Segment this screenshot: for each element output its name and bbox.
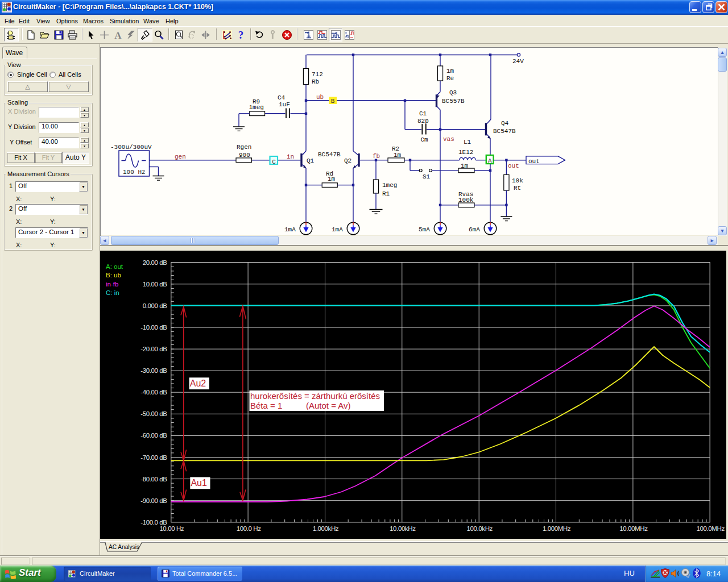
svg-text:20.00 dB: 20.00 dB [143,259,168,266]
svg-text:in: in [287,153,294,160]
svg-text:1.000kHz: 1.000kHz [313,525,339,532]
svg-text:Cm: Cm [421,136,429,143]
svg-text:-20.00 dB: -20.00 dB [140,346,167,352]
svg-text:Q1: Q1 [307,157,315,164]
svg-text:-40.00 dB: -40.00 dB [140,389,167,396]
svg-text:900: 900 [239,152,250,159]
svg-text:82p: 82p [417,118,429,124]
svg-text:C: in: C: in [106,289,119,296]
svg-text:BC547B: BC547B [318,151,341,158]
svg-text:C4: C4 [278,94,286,101]
svg-text:10.00MHz: 10.00MHz [619,525,648,532]
svg-text:AC Analysis: AC Analysis [109,543,139,550]
svg-text:1mA: 1mA [284,226,296,233]
svg-text:712: 712 [312,71,323,78]
svg-text:Q3: Q3 [449,89,457,96]
svg-text:(Autot = Av): (Autot = Av) [306,401,351,410]
svg-text:-80.00 dB: -80.00 dB [140,476,167,483]
svg-text:Au1: Au1 [191,478,207,488]
svg-text:out: out [528,158,540,165]
svg-text:100.0kHz: 100.0kHz [467,525,493,532]
svg-text:10k: 10k [512,177,523,184]
svg-text:6mA: 6mA [469,226,480,233]
svg-text:100k: 100k [458,197,474,203]
svg-text:Béta = 1: Béta = 1 [250,401,282,410]
svg-text:vas: vas [443,136,454,143]
svg-text:10.00 dB: 10.00 dB [143,281,168,288]
svg-text:10.00kHz: 10.00kHz [390,525,416,532]
svg-text:1m: 1m [394,152,402,159]
svg-text:S1: S1 [423,173,431,180]
svg-text:10.00 Hz: 10.00 Hz [159,525,184,532]
svg-text:-30.00 dB: -30.00 dB [140,367,167,374]
svg-text:1meg: 1meg [249,104,264,111]
svg-text:R1: R1 [382,190,390,197]
svg-text:in-fb: in-fb [106,281,118,288]
svg-text:1uF: 1uF [279,101,290,108]
svg-text:Q4: Q4 [501,120,509,127]
svg-text:L1: L1 [464,139,471,146]
svg-text:BC547B: BC547B [493,128,516,135]
svg-text:fb: fb [373,153,380,160]
svg-text:1E12: 1E12 [458,149,473,156]
svg-text:24V: 24V [512,58,524,65]
svg-text:Re: Re [446,75,454,82]
svg-text:out: out [508,163,519,169]
svg-text:A: A [114,30,122,40]
svg-text:Rgen: Rgen [237,144,251,151]
svg-text:A: out: A: out [106,263,123,270]
svg-text:C: C [272,159,276,165]
svg-text:-300u/300uV: -300u/300uV [110,144,152,151]
svg-text:hurokerősítés = zárthurkú erős: hurokerősítés = zárthurkú erősítés [250,391,380,401]
svg-text:Au2: Au2 [190,379,206,388]
svg-text:-50.00 dB: -50.00 dB [140,410,167,417]
svg-text:0.000 dB: 0.000 dB [143,302,168,309]
svg-text:C1: C1 [419,110,427,117]
svg-text:1meg: 1meg [382,182,397,189]
svg-text:A: A [488,157,492,164]
svg-text:Rt: Rt [514,185,521,192]
svg-text:Rb: Rb [312,78,319,85]
svg-text:ub: ub [316,94,324,101]
svg-text:5mA: 5mA [419,226,430,233]
svg-text:Q2: Q2 [344,157,351,164]
svg-text:?: ? [238,30,244,40]
svg-text:-100.0 dB: -100.0 dB [140,519,167,526]
svg-text:B: ub: B: ub [106,272,121,278]
svg-text:B: B [331,98,335,105]
svg-text:100.0 Hz: 100.0 Hz [237,525,261,532]
svg-text:1.000MHz: 1.000MHz [543,525,571,532]
svg-text:1m: 1m [328,176,336,182]
svg-text:-60.00 dB: -60.00 dB [140,432,167,439]
svg-text:-90.00 dB: -90.00 dB [140,497,167,504]
svg-text:-70.00 dB: -70.00 dB [140,454,167,461]
svg-text:100.0MHz: 100.0MHz [697,525,725,532]
svg-text:BC557B: BC557B [442,98,465,105]
svg-text:1mA: 1mA [332,226,343,233]
svg-text:1m: 1m [446,68,454,74]
svg-text:100 Hz: 100 Hz [123,169,146,176]
svg-text:-10.00 dB: -10.00 dB [140,324,167,331]
svg-text:gen: gen [175,153,186,160]
